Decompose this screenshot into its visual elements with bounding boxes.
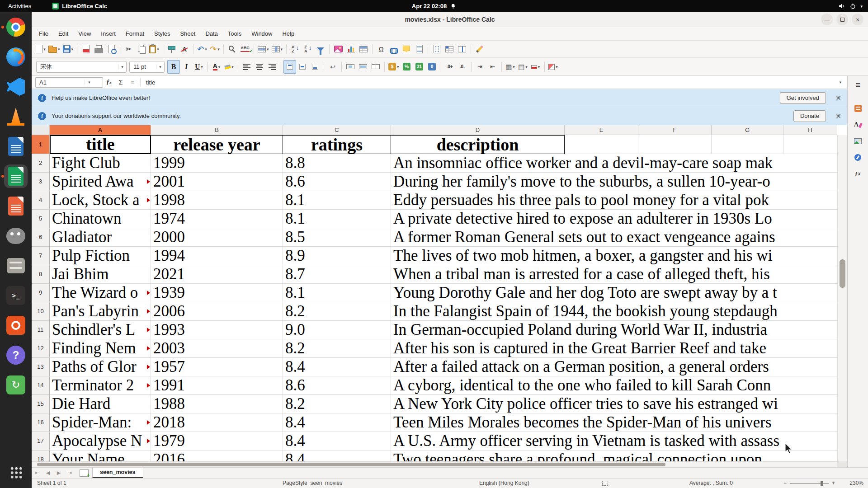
open-button[interactable]: ▾ [47, 42, 61, 56]
column-header-C[interactable]: C [283, 125, 391, 135]
cell-B6[interactable]: 2000 [151, 228, 283, 246]
sidebar-styles-button[interactable]: A [848, 117, 868, 133]
font-name-combobox[interactable]: 宋体 ▾ [36, 61, 127, 73]
row-header-7[interactable]: 7 [32, 247, 50, 265]
name-box-dropdown-icon[interactable]: ▾ [85, 80, 94, 84]
dock-item-libreoffice-calc[interactable] [0, 161, 32, 191]
cell-C9[interactable]: 8.1 [283, 284, 391, 302]
row-header-18[interactable]: 18 [32, 450, 50, 461]
sidebar-sidebar-settings-button[interactable]: ≡ [848, 77, 868, 93]
save-button[interactable]: ▾ [61, 42, 75, 56]
column-dropdown-icon[interactable]: ▾ [281, 47, 283, 52]
cell-C5[interactable]: 8.1 [283, 210, 391, 228]
cell-D16[interactable]: Teen Miles Morales becomes the Spider-Ma… [391, 413, 565, 432]
export-pdf-button[interactable] [80, 42, 92, 56]
merge-cells-button[interactable] [357, 60, 369, 74]
highlighting-color-dropdown-icon[interactable]: ▾ [231, 65, 234, 69]
row-header-14[interactable]: 14 [32, 376, 50, 395]
print-preview-button[interactable] [105, 42, 118, 56]
cell-D15[interactable]: A New York City police officer tries to … [391, 395, 565, 413]
border-color-dropdown-icon[interactable]: ▾ [538, 65, 540, 69]
cell-D7[interactable]: The lives of two mob hitmen, a boxer, a … [391, 247, 565, 265]
border-style-button[interactable]: ▤▾ [517, 60, 529, 74]
focused-app-menu[interactable]: LibreOffice Calc [52, 3, 107, 9]
dock-item-help[interactable]: ? [0, 340, 32, 370]
page-style-label[interactable]: PageStyle_seen_movies [283, 479, 342, 488]
cell-E1[interactable] [565, 135, 638, 154]
align-center-button[interactable] [253, 60, 266, 74]
cell-A15[interactable]: Die Hard [50, 395, 151, 413]
row-header-5[interactable]: 5 [32, 210, 50, 228]
align-right-button[interactable] [266, 60, 278, 74]
cell-B16[interactable]: 2018 [151, 413, 283, 432]
insert-chart-button[interactable] [344, 42, 357, 56]
cell-B3[interactable]: 2001 [151, 173, 283, 191]
last-sheet-button[interactable]: ⇥ [64, 470, 75, 476]
delete-decimal-button[interactable]: .0- [456, 60, 469, 74]
zoom-level-label[interactable]: 230% [849, 479, 863, 488]
add-sheet-button[interactable] [80, 469, 89, 477]
titlebar[interactable]: movies.xlsx - LibreOffice Calc — × [32, 12, 868, 27]
column-header-D[interactable]: D [391, 125, 565, 135]
dock-item-ubuntu-software[interactable] [0, 310, 32, 340]
cell-C1[interactable]: ratings [283, 135, 391, 154]
row-header-12[interactable]: 12 [32, 339, 50, 358]
menu-sheet[interactable]: Sheet [175, 27, 200, 41]
maximize-button[interactable] [836, 14, 848, 25]
split-window-button[interactable] [456, 42, 468, 56]
align-left-button[interactable] [241, 60, 253, 74]
cell-B10[interactable]: 2006 [151, 302, 283, 320]
conditional-formatting-dropdown-icon[interactable]: ▾ [556, 65, 558, 69]
selection-mode-icon[interactable] [602, 481, 608, 486]
align-top-button[interactable] [283, 60, 296, 74]
cell-C18[interactable]: 8.4 [283, 450, 391, 461]
column-header-F[interactable]: F [638, 125, 712, 135]
cell-D11[interactable]: In German-occupied Poland during World W… [391, 321, 565, 339]
column-header-H[interactable]: H [783, 125, 837, 135]
cell-F1[interactable] [638, 135, 712, 154]
number-button[interactable]: 0 [426, 60, 439, 74]
autofilter-button[interactable] [314, 42, 327, 56]
draw-functions-button[interactable] [473, 42, 486, 56]
clone-formatting-button[interactable] [165, 42, 178, 56]
font-name-dropdown-icon[interactable]: ▾ [118, 65, 126, 69]
percent-button[interactable]: % [401, 60, 413, 74]
insert-comment-button[interactable] [400, 42, 413, 56]
activities-button[interactable]: Activities [0, 0, 39, 12]
cell-C15[interactable]: 8.2 [283, 395, 391, 413]
row-header-8[interactable]: 8 [32, 265, 50, 284]
cell-B12[interactable]: 2003 [151, 339, 283, 357]
sort-descending-button[interactable]: ZA↓ [302, 42, 314, 56]
currency-dropdown-icon[interactable]: ▾ [397, 65, 399, 69]
redo-dropdown-icon[interactable]: ▾ [217, 47, 220, 52]
border-style-dropdown-icon[interactable]: ▾ [525, 65, 528, 69]
cell-C10[interactable]: 8.2 [283, 302, 391, 320]
show-applications-button[interactable] [0, 456, 32, 488]
minimize-button[interactable]: — [821, 14, 833, 25]
row-header-13[interactable]: 13 [32, 358, 50, 376]
next-sheet-button[interactable]: ▶ [53, 470, 64, 476]
open-dropdown-icon[interactable]: ▾ [58, 47, 60, 52]
undo-button[interactable]: ↶▾ [196, 42, 208, 56]
font-size-dropdown-icon[interactable]: ▾ [156, 65, 164, 69]
pivot-table-button[interactable] [357, 42, 370, 56]
cell-B14[interactable]: 1991 [151, 376, 283, 394]
dock-item-vlc[interactable] [0, 102, 32, 131]
spelling-button[interactable]: ABC [239, 42, 251, 56]
cell-D8[interactable]: When a tribal man is arrested for a case… [391, 265, 565, 283]
wrap-text-button[interactable]: ↩ [326, 60, 339, 74]
cell-D18[interactable]: Two teenagers share a profound, magical … [391, 450, 565, 461]
vertical-scrollbar-thumb[interactable] [840, 259, 845, 288]
menu-file[interactable]: File [34, 27, 53, 41]
borders-button[interactable]: ▦▾ [504, 60, 517, 74]
hyperlink-button[interactable] [387, 42, 400, 56]
cell-A1[interactable]: title [50, 135, 151, 154]
new-dropdown-icon[interactable]: ▾ [43, 47, 46, 52]
column-button[interactable]: ▾ [270, 42, 284, 56]
conditional-formatting-button[interactable]: ▾ [547, 60, 560, 74]
dock-item-files[interactable] [0, 251, 32, 281]
cell-H1[interactable] [783, 135, 837, 154]
cell-A14[interactable]: Terminator 2 [50, 376, 151, 394]
cell-B13[interactable]: 1957 [151, 358, 283, 376]
cell-C3[interactable]: 8.6 [283, 173, 391, 191]
